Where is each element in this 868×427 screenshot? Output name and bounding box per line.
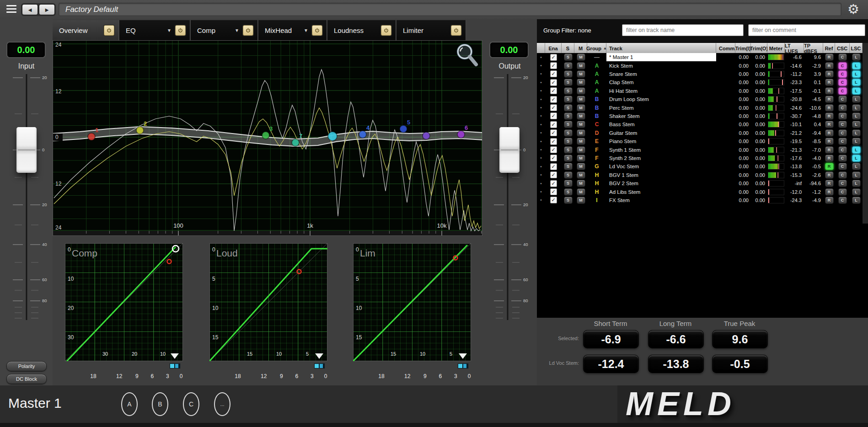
column-header[interactable]: TP dBFS: [804, 43, 823, 53]
track-row[interactable]: •✓SMBDrum Loop Stem0.000.00-20.8-4.5RCL: [537, 95, 863, 103]
snapshot-button-more[interactable]: ...: [214, 392, 230, 416]
lsc-button[interactable]: L: [852, 197, 861, 204]
gear-icon[interactable]: ⚙: [847, 1, 859, 17]
track-name-cell[interactable]: BGV 1 Stem: [606, 171, 716, 179]
group-letter[interactable]: H: [587, 171, 606, 179]
lsc-button[interactable]: L: [852, 180, 861, 187]
trim-in-value[interactable]: 0.00: [735, 154, 751, 162]
trim-out-value[interactable]: 0.00: [751, 137, 767, 145]
column-header[interactable]: LT LUFS: [785, 43, 804, 53]
trim-in-value[interactable]: 0.00: [735, 145, 751, 154]
enable-checkbox[interactable]: ✓: [550, 155, 557, 161]
lsc-button[interactable]: L: [852, 129, 861, 137]
trim-in-value[interactable]: 0.00: [735, 78, 751, 86]
solo-button[interactable]: S: [564, 146, 573, 154]
column-header[interactable]: Trim(I): [735, 43, 751, 53]
mute-button[interactable]: M: [577, 188, 585, 196]
output-fader-handle[interactable]: [499, 127, 520, 173]
column-header[interactable]: Meter: [767, 43, 785, 53]
track-name-cell[interactable]: Synth 1 Stem: [606, 145, 716, 154]
column-header[interactable]: CSC: [835, 43, 850, 53]
output-gain-display[interactable]: 0.00: [490, 43, 528, 57]
track-name-cell[interactable]: Piano Stem: [606, 137, 716, 145]
lsc-button[interactable]: L: [852, 171, 861, 179]
csc-button[interactable]: C: [838, 79, 847, 86]
eq-band-handle[interactable]: [400, 125, 407, 133]
lsc-button[interactable]: L: [852, 70, 861, 78]
ref-button[interactable]: R: [825, 129, 834, 137]
track-row[interactable]: •✓SMAHi Hat Stem0.000.00-17.5-0.1RCL: [537, 87, 863, 95]
mute-button[interactable]: M: [577, 171, 585, 179]
group-letter[interactable]: A: [587, 87, 606, 95]
mute-button[interactable]: M: [577, 96, 585, 103]
ref-button[interactable]: R: [825, 62, 834, 69]
tab-overview[interactable]: Overview: [53, 20, 119, 40]
forward-button[interactable]: ▶: [39, 4, 55, 15]
track-row[interactable]: •✓SMASnare Stem0.000.00-11.23.9RCL: [537, 70, 863, 78]
enable-checkbox[interactable]: ✓: [550, 188, 557, 195]
lsc-button[interactable]: L: [852, 155, 861, 162]
track-name-cell[interactable]: Bass Stem: [606, 120, 716, 128]
tab-mixhead[interactable]: MixHead▼: [258, 20, 327, 40]
trim-out-value[interactable]: 0.00: [751, 145, 767, 154]
enable-checkbox[interactable]: ✓: [550, 138, 557, 145]
group-letter[interactable]: C: [587, 120, 606, 128]
ref-button[interactable]: R: [825, 146, 834, 154]
power-button[interactable]: [312, 25, 322, 36]
ref-button[interactable]: R: [825, 180, 834, 187]
trim-out-value[interactable]: 0.00: [751, 61, 767, 69]
enable-checkbox[interactable]: ✓: [550, 54, 557, 61]
track-row[interactable]: •✓SMFSynth 1 Stem0.000.00-21.3-7.0RCL: [537, 145, 863, 154]
group-letter[interactable]: H: [587, 187, 606, 196]
track-row[interactable]: •✓SMCBass Stem0.000.00-10.10.4RCL: [537, 120, 863, 128]
ref-button[interactable]: R: [825, 112, 834, 120]
csc-button[interactable]: C: [838, 188, 847, 196]
power-button[interactable]: [451, 25, 461, 36]
trim-in-value[interactable]: 0.00: [735, 179, 751, 187]
comment-filter-input[interactable]: [748, 24, 865, 36]
solo-button[interactable]: S: [564, 70, 573, 78]
trim-in-value[interactable]: 0.00: [735, 171, 751, 179]
threshold-marker-icon[interactable]: [171, 353, 179, 359]
column-header[interactable]: M: [574, 43, 587, 53]
solo-button[interactable]: S: [564, 79, 573, 86]
trim-out-value[interactable]: 0.00: [751, 196, 767, 204]
dc-block-button[interactable]: DC Block: [6, 374, 47, 384]
group-letter[interactable]: F: [587, 145, 606, 154]
solo-button[interactable]: S: [564, 197, 573, 204]
lsc-button[interactable]: L: [852, 79, 861, 86]
trim-in-value[interactable]: 0.00: [735, 95, 751, 103]
csc-button[interactable]: C: [838, 163, 847, 170]
track-name-cell[interactable]: * Master 1: [606, 53, 716, 61]
solo-button[interactable]: S: [564, 96, 573, 103]
csc-button[interactable]: C: [838, 53, 847, 61]
solo-button[interactable]: S: [564, 121, 573, 128]
csc-button[interactable]: C: [838, 121, 847, 128]
polarity-button[interactable]: Polarity: [6, 361, 47, 371]
ref-button[interactable]: R: [825, 138, 834, 145]
mute-button[interactable]: M: [577, 197, 585, 204]
tab-limiter[interactable]: Limiter: [396, 20, 466, 40]
csc-button[interactable]: C: [838, 171, 847, 179]
scrollbar[interactable]: [863, 43, 868, 224]
track-name-cell[interactable]: Clap Stem: [606, 78, 716, 86]
group-letter[interactable]: F: [587, 154, 606, 162]
mute-button[interactable]: M: [577, 87, 585, 95]
input-fader-handle[interactable]: [16, 127, 37, 173]
mute-button[interactable]: M: [577, 129, 585, 137]
csc-button[interactable]: C: [838, 112, 847, 120]
eq-band-handle[interactable]: [292, 139, 299, 146]
column-header[interactable]: S: [562, 43, 574, 53]
ref-button[interactable]: R: [825, 87, 834, 95]
enable-checkbox[interactable]: ✓: [550, 180, 557, 187]
menu-icon[interactable]: [6, 5, 16, 14]
trim-out-value[interactable]: 0.00: [751, 179, 767, 187]
group-letter[interactable]: —: [587, 53, 606, 61]
solo-button[interactable]: S: [564, 87, 573, 95]
eq-band-handle[interactable]: [88, 133, 95, 140]
column-header[interactable]: Trim(O): [751, 43, 767, 53]
mute-button[interactable]: M: [577, 70, 585, 78]
ref-button[interactable]: R: [825, 171, 834, 179]
trim-out-value[interactable]: 0.00: [751, 70, 767, 78]
enable-checkbox[interactable]: ✓: [550, 129, 557, 136]
